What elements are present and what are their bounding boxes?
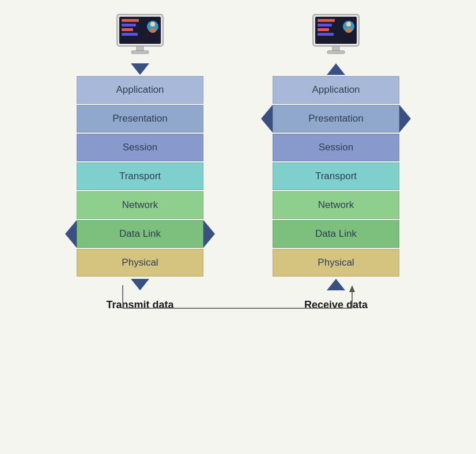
svg-point-19	[345, 28, 352, 33]
svg-rect-10	[131, 51, 149, 54]
transmit-application-box: Application	[77, 76, 203, 104]
transmit-network-label: Network	[122, 199, 158, 211]
receive-network-label: Network	[318, 199, 354, 211]
svg-rect-14	[318, 24, 332, 27]
receive-layer-datalink: Data Link	[261, 220, 411, 248]
transmit-datalink-box: Data Link	[77, 220, 203, 248]
svg-rect-15	[318, 28, 329, 31]
connection-lines	[36, 285, 440, 320]
svg-rect-2	[122, 19, 139, 22]
receive-osi-stack: Application Presentation Session	[261, 76, 411, 278]
transmit-datalink-arrow-left	[65, 220, 77, 248]
transmit-layer-presentation: Presentation	[65, 105, 215, 133]
receive-datalink-label: Data Link	[315, 228, 357, 240]
svg-rect-20	[333, 46, 339, 51]
receive-session-box: Session	[273, 134, 399, 161]
transmit-network-box: Network	[77, 191, 203, 219]
receive-physical-box: Physical	[273, 249, 399, 277]
svg-point-18	[346, 22, 351, 27]
receive-presentation-arrow-right	[399, 105, 411, 133]
transmit-datalink-label: Data Link	[119, 228, 161, 240]
receive-presentation-arrow-left	[261, 105, 273, 133]
receive-computer-icon	[307, 12, 365, 58]
receive-application-label: Application	[312, 84, 360, 96]
receive-layer-application: Application	[261, 76, 411, 104]
transmit-osi-stack: Application Presentation Session	[65, 76, 215, 278]
receive-layer-presentation: Presentation	[261, 105, 411, 133]
receive-physical-label: Physical	[318, 257, 354, 268]
transmit-layer-network: Network	[65, 191, 215, 219]
transmit-transport-label: Transport	[119, 171, 161, 182]
receive-layer-network: Network	[261, 191, 411, 219]
svg-rect-3	[122, 24, 136, 27]
connection-svg	[36, 285, 440, 320]
receive-session-label: Session	[319, 142, 353, 153]
receive-layer-session: Session	[261, 134, 411, 161]
receive-network-box: Network	[273, 191, 399, 219]
transmit-layer-application: Application	[65, 76, 215, 104]
transmit-physical-label: Physical	[122, 257, 158, 268]
transmit-layer-datalink: Data Link	[65, 220, 215, 248]
transmit-computer-icon	[111, 12, 169, 58]
transmit-transport-box: Transport	[77, 162, 203, 190]
receive-layer-physical: Physical	[261, 249, 411, 277]
svg-point-7	[150, 22, 155, 27]
svg-rect-13	[318, 19, 335, 22]
svg-rect-9	[137, 46, 143, 51]
transmit-layer-transport: Transport	[65, 162, 215, 190]
svg-marker-25	[349, 285, 355, 292]
receive-presentation-label: Presentation	[308, 113, 363, 124]
receive-datalink-box: Data Link	[273, 220, 399, 248]
main-container: Application Presentation Session	[12, 12, 464, 320]
transmit-session-box: Session	[77, 134, 203, 161]
svg-rect-21	[327, 51, 345, 54]
transmit-layer-physical: Physical	[65, 249, 215, 277]
transmit-presentation-label: Presentation	[112, 113, 167, 124]
svg-rect-16	[318, 33, 334, 36]
receive-transport-label: Transport	[315, 171, 357, 182]
receive-application-box: Application	[273, 76, 399, 104]
transmit-top-arrow	[65, 63, 215, 75]
svg-point-8	[149, 28, 156, 33]
receive-layer-transport: Transport	[261, 162, 411, 190]
svg-rect-4	[122, 28, 133, 31]
receive-stack-wrapper: Application Presentation Session	[261, 12, 411, 311]
transmit-datalink-arrow-right	[203, 220, 215, 248]
stacks-row: Application Presentation Session	[12, 12, 464, 311]
svg-rect-5	[122, 33, 138, 36]
transmit-stack-wrapper: Application Presentation Session	[65, 12, 215, 311]
receive-top-arrow	[261, 63, 411, 75]
transmit-physical-box: Physical	[77, 249, 203, 277]
receive-transport-box: Transport	[273, 162, 399, 190]
transmit-layer-session: Session	[65, 134, 215, 161]
receive-presentation-box: Presentation	[273, 105, 399, 133]
transmit-presentation-box: Presentation	[77, 105, 203, 133]
transmit-session-label: Session	[123, 142, 157, 153]
transmit-application-label: Application	[116, 84, 164, 96]
